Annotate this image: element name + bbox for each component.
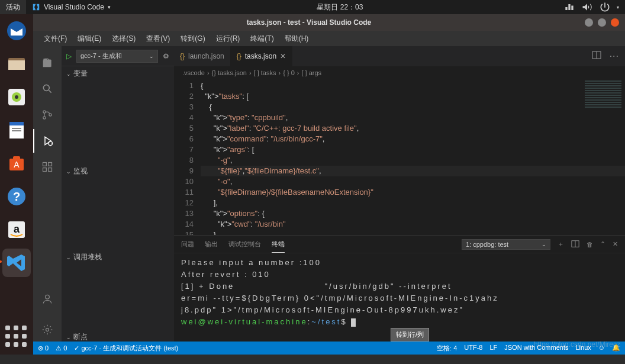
code-editor[interactable]: 123456789101112131415 { "k">"tasks": [ {… xyxy=(174,79,625,235)
maximize-button[interactable] xyxy=(598,18,606,27)
power-icon[interactable] xyxy=(599,1,611,13)
activity-search[interactable] xyxy=(33,77,62,101)
editor-group: {}launch.json {}tasks.json✕ ··· .vscode›… xyxy=(174,46,625,342)
kill-terminal-icon[interactable]: 🗑 xyxy=(587,241,593,248)
minimap[interactable] xyxy=(582,79,624,150)
section-breakpoints[interactable]: ⌄断点 xyxy=(62,330,174,342)
menu-item[interactable]: 运行(R) xyxy=(211,32,245,46)
dock-thunderbird[interactable] xyxy=(2,17,31,45)
breadcrumbs[interactable]: .vscode›{} tasks.json›[ ] tasks›{ } 0›[ … xyxy=(174,66,625,79)
panel-tabs: 问题 输出 调试控制台 终端 1: cppdbg: test⌄ ＋ 🗑 ⌃ ✕ xyxy=(174,236,625,253)
svg-point-19 xyxy=(43,117,46,119)
activity-bar xyxy=(33,46,62,342)
volume-icon[interactable] xyxy=(581,1,593,13)
ubuntu-dock: A ? a xyxy=(0,14,33,355)
dock-vscode[interactable] xyxy=(2,249,31,277)
panel-problems[interactable]: 问题 xyxy=(181,240,194,249)
activity-account[interactable] xyxy=(33,287,62,311)
start-debug-icon[interactable]: ▷ xyxy=(66,52,72,60)
tab-tasks-json[interactable]: {}tasks.json✕ xyxy=(231,46,292,66)
svg-point-17 xyxy=(43,85,49,91)
svg-rect-22 xyxy=(43,163,47,166)
svg-text:a: a xyxy=(14,223,20,235)
section-watch[interactable]: ⌄监视 xyxy=(62,164,174,179)
menubar: 文件(F)编辑(E)选择(S)查看(V)转到(G)运行(R)终端(T)帮助(H) xyxy=(33,31,625,46)
network-icon[interactable] xyxy=(563,1,575,13)
new-terminal-icon[interactable]: ＋ xyxy=(558,240,564,249)
svg-rect-7 xyxy=(9,122,24,125)
gear-icon[interactable]: ⚙ xyxy=(163,52,169,60)
window-titlebar: tasks.json - test - Visual Studio Code xyxy=(33,14,625,31)
status-warnings[interactable]: ⚠ 0 xyxy=(56,344,67,352)
dock-apps-grid[interactable] xyxy=(2,323,31,351)
status-encoding[interactable]: UTF-8 xyxy=(464,344,482,353)
watermark: https://blog.csdn.net/Mirecz xyxy=(534,340,620,349)
svg-point-20 xyxy=(49,114,51,116)
svg-text:?: ? xyxy=(13,190,20,203)
activity-settings[interactable] xyxy=(33,318,62,342)
close-icon[interactable]: ✕ xyxy=(280,52,286,60)
vscode-window: tasks.json - test - Visual Studio Code 文… xyxy=(33,14,625,355)
tab-launch-json[interactable]: {}launch.json xyxy=(174,46,231,66)
terminal-select[interactable]: 1: cppdbg: test⌄ xyxy=(462,239,550,250)
dock-rhythmbox[interactable] xyxy=(2,83,31,111)
panel: 问题 输出 调试控制台 终端 1: cppdbg: test⌄ ＋ 🗑 ⌃ ✕ … xyxy=(174,235,625,342)
svg-rect-25 xyxy=(49,163,52,166)
maximize-panel-icon[interactable]: ⌃ xyxy=(600,240,605,248)
system-tray[interactable]: ▾ xyxy=(563,1,625,13)
editor-tabs: {}launch.json {}tasks.json✕ ··· xyxy=(174,46,625,66)
menu-item[interactable]: 查看(V) xyxy=(141,32,175,46)
split-editor-icon[interactable] xyxy=(592,50,601,62)
split-terminal-icon[interactable] xyxy=(571,240,579,249)
goto-line-tooltip: 转到行/列 xyxy=(391,328,429,342)
dock-software[interactable]: A xyxy=(2,149,31,178)
app-menu[interactable]: Visual Studio Code ▾ xyxy=(26,3,117,11)
panel-debug-console[interactable]: 调试控制台 xyxy=(228,240,261,249)
status-indent[interactable]: 空格: 4 xyxy=(437,344,457,353)
activity-extensions[interactable] xyxy=(33,155,62,179)
menu-item[interactable]: 编辑(E) xyxy=(73,32,106,46)
section-variables[interactable]: ⌄变量 xyxy=(62,66,174,81)
svg-rect-24 xyxy=(49,168,52,172)
dock-files[interactable] xyxy=(2,50,31,78)
menu-item[interactable]: 文件(F) xyxy=(39,32,72,46)
menu-item[interactable]: 帮助(H) xyxy=(280,32,314,46)
activity-scm[interactable] xyxy=(33,103,62,127)
menu-item[interactable]: 选择(S) xyxy=(107,32,140,46)
menu-item[interactable]: 终端(T) xyxy=(246,32,278,46)
debug-sidebar: ▷ gcc-7 - 生成和⌄ ⚙ ⌄变量 ⌄监视 ⌄调用堆栈 ⌄断点 xyxy=(62,46,174,342)
activities-button[interactable]: 活动 xyxy=(0,0,26,14)
status-task[interactable]: ✓ gcc-7 - 生成和调试活动文件 (test) xyxy=(74,344,178,353)
svg-point-18 xyxy=(43,111,46,113)
svg-rect-9 xyxy=(12,130,21,131)
svg-point-26 xyxy=(46,295,50,299)
panel-output[interactable]: 输出 xyxy=(205,240,218,249)
menu-item[interactable]: 转到(G) xyxy=(176,32,210,46)
clock[interactable]: 星期日 22：03 xyxy=(117,2,563,12)
svg-text:A: A xyxy=(14,160,20,169)
svg-rect-2 xyxy=(8,60,25,70)
dock-help[interactable]: ? xyxy=(2,182,31,211)
gnome-top-panel: 活动 Visual Studio Code ▾ 星期日 22：03 ▾ xyxy=(0,0,625,14)
section-callstack[interactable]: ⌄调用堆栈 xyxy=(62,250,174,265)
dock-amazon[interactable]: a xyxy=(2,215,31,244)
minimize-button[interactable] xyxy=(585,18,593,27)
svg-point-5 xyxy=(15,95,18,99)
activity-debug[interactable] xyxy=(33,129,62,153)
debug-config-select[interactable]: gcc-7 - 生成和⌄ xyxy=(76,50,158,63)
close-panel-icon[interactable]: ✕ xyxy=(613,240,618,248)
svg-rect-8 xyxy=(12,128,21,129)
more-icon[interactable]: ··· xyxy=(610,51,619,62)
svg-point-0 xyxy=(7,21,26,40)
status-errors[interactable]: ⊗ 0 xyxy=(38,344,49,352)
svg-point-27 xyxy=(46,328,49,331)
activity-explorer[interactable] xyxy=(33,51,62,75)
close-button[interactable] xyxy=(611,18,619,27)
svg-rect-23 xyxy=(43,168,47,172)
line-gutter: 123456789101112131415 xyxy=(174,79,201,235)
status-eol[interactable]: LF xyxy=(489,344,497,353)
panel-terminal[interactable]: 终端 xyxy=(272,240,285,253)
window-title: tasks.json - test - Visual Studio Code xyxy=(33,18,585,27)
dock-writer[interactable] xyxy=(2,116,31,144)
